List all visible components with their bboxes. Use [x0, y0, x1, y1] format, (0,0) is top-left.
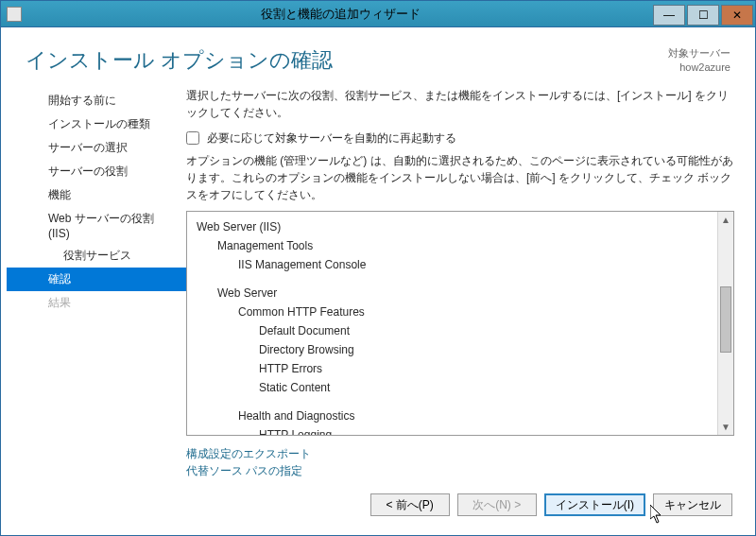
scroll-down-button[interactable]: ▼: [718, 419, 733, 435]
alt-source-path-link[interactable]: 代替ソース パスの指定: [186, 462, 734, 479]
wizard-nav: 開始する前にインストールの種類サーバーの選択サーバーの役割機能Web サーバーの…: [7, 83, 186, 484]
nav-item-2[interactable]: サーバーの選択: [7, 136, 186, 160]
role-line: Web Server: [191, 284, 717, 303]
role-line: IIS Management Console: [191, 255, 717, 274]
role-line: Static Content: [191, 378, 717, 397]
role-line: [191, 274, 717, 284]
scrollbar[interactable]: ▲ ▼: [717, 212, 733, 435]
nav-item-7[interactable]: 確認: [7, 268, 186, 291]
roles-listbox: Web Server (IIS)Management ToolsIIS Mana…: [186, 211, 734, 436]
scroll-thumb[interactable]: [720, 286, 731, 353]
auto-restart-checkbox[interactable]: [186, 131, 199, 145]
nav-item-1[interactable]: インストールの種類: [7, 112, 186, 136]
role-line: Default Document: [191, 321, 717, 340]
cancel-button[interactable]: キャンセル: [653, 493, 732, 516]
prev-button[interactable]: < 前へ(P): [370, 493, 450, 516]
role-line: Web Server (IIS): [191, 217, 717, 236]
next-button[interactable]: 次へ(N) >: [457, 493, 537, 516]
nav-item-6[interactable]: 役割サービス: [7, 244, 186, 268]
window-title: 役割と機能の追加ウィザード: [27, 6, 653, 23]
role-line: HTTP Errors: [191, 359, 717, 378]
scroll-up-button[interactable]: ▲: [718, 212, 733, 228]
close-button[interactable]: ✕: [721, 5, 753, 26]
title-bar: 役割と機能の追加ウィザード — ☐ ✕: [1, 1, 755, 27]
close-icon: ✕: [732, 9, 742, 22]
install-button[interactable]: インストール(I): [544, 493, 645, 516]
target-server-name: how2azure: [668, 61, 730, 75]
maximize-button[interactable]: ☐: [687, 5, 719, 26]
maximize-icon: ☐: [698, 9, 709, 22]
auto-restart-label: 必要に応じて対象サーバーを自動的に再起動する: [207, 130, 456, 147]
wizard-footer: < 前へ(P) 次へ(N) > インストール(I) キャンセル: [7, 484, 749, 529]
app-icon: [7, 7, 22, 22]
minimize-icon: —: [663, 9, 675, 22]
minimize-button[interactable]: —: [653, 5, 685, 26]
optional-features-note: オプションの機能 (管理ツールなど) は、自動的に選択されるため、このページに表…: [186, 152, 734, 211]
nav-item-3[interactable]: サーバーの役割: [7, 160, 186, 183]
nav-item-8: 結果: [7, 291, 186, 315]
export-config-link[interactable]: 構成設定のエクスポート: [186, 445, 734, 462]
role-line: Directory Browsing: [191, 340, 717, 359]
role-line: Health and Diagnostics: [191, 406, 717, 425]
auto-restart-row[interactable]: 必要に応じて対象サーバーを自動的に再起動する: [186, 130, 734, 152]
role-line: [191, 397, 717, 406]
role-line: Common HTTP Features: [191, 303, 717, 321]
content-area: インストール オプションの確認 対象サーバー how2azure 開始する前にイ…: [1, 27, 755, 535]
main-panel: 選択したサーバーに次の役割、役割サービス、または機能をインストールするには、[イ…: [186, 83, 746, 484]
nav-item-0[interactable]: 開始する前に: [7, 89, 186, 112]
target-server-block: 対象サーバー how2azure: [668, 46, 730, 76]
roles-list-content: Web Server (IIS)Management ToolsIIS Mana…: [187, 212, 717, 435]
install-instruction: 選択したサーバーに次の役割、役割サービス、または機能をインストールするには、[イ…: [186, 83, 734, 130]
page-title: インストール オプションの確認: [26, 46, 668, 75]
links-block: 構成設定のエクスポート 代替ソース パスの指定: [186, 436, 734, 479]
wizard-window: 役割と機能の追加ウィザード — ☐ ✕ インストール オプションの確認 対象サー…: [0, 0, 756, 536]
role-line: HTTP Logging: [191, 425, 717, 435]
nav-item-4[interactable]: 機能: [7, 183, 186, 207]
target-server-label: 対象サーバー: [668, 46, 730, 61]
nav-item-5[interactable]: Web サーバーの役割 (IIS): [7, 207, 186, 244]
role-line: Management Tools: [191, 236, 717, 255]
